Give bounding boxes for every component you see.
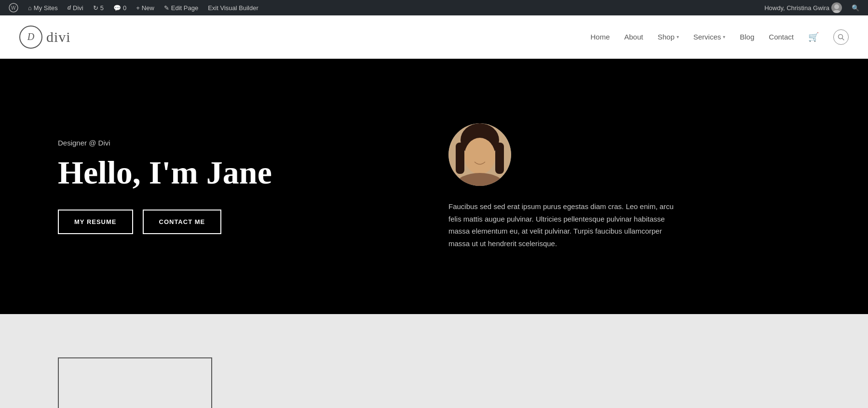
avatar: [448, 123, 511, 186]
svg-rect-9: [456, 143, 464, 174]
hero-title: Hello, I'm Jane: [58, 155, 420, 191]
comments-icon: 💬: [113, 4, 121, 12]
hero-description: Faucibus sed sed erat ipsum purus egesta…: [448, 200, 680, 250]
nav-contact-label: Contact: [769, 33, 794, 41]
wp-logo-item[interactable]: W: [4, 0, 23, 15]
hero-left: Designer @ Divi Hello, I'm Jane MY RESUM…: [58, 139, 420, 235]
search-icon[interactable]: [833, 29, 849, 45]
nav-shop-label: Shop: [658, 33, 675, 41]
new-label: New: [142, 4, 154, 12]
logo-text: divi: [46, 29, 71, 45]
comments-count: 0: [123, 4, 126, 12]
howdy-label: Howdy, Christina Gwira: [764, 4, 829, 12]
content-box: [58, 357, 212, 408]
logo-letter: D: [27, 31, 34, 42]
nav-blog-label: Blog: [740, 33, 754, 41]
resume-button[interactable]: MY RESUME: [58, 210, 133, 234]
my-sites-icon: ⌂: [28, 4, 32, 12]
hero-buttons: MY RESUME CONTACT ME: [58, 210, 420, 234]
howdy-item[interactable]: Howdy, Christina Gwira: [760, 2, 847, 13]
svg-point-3: [833, 10, 841, 13]
divi-logo-icon: d: [68, 4, 71, 11]
site-header: D divi Home About Shop ▾ Services ▾ Blog…: [0, 15, 868, 59]
svg-rect-10: [495, 143, 504, 174]
nav-services[interactable]: Services ▾: [693, 30, 726, 43]
new-item[interactable]: + New: [131, 0, 159, 15]
exit-builder-label: Exit Visual Builder: [208, 4, 258, 12]
cart-icon[interactable]: 🛒: [808, 32, 819, 42]
svg-text:W: W: [11, 5, 16, 11]
comments-item[interactable]: 💬 0: [108, 0, 131, 15]
hero-subtitle: Designer @ Divi: [58, 139, 420, 147]
contact-button[interactable]: CONTACT ME: [143, 210, 222, 234]
logo-circle: D: [19, 26, 42, 49]
nav-about-label: About: [624, 33, 643, 41]
search-admin-item[interactable]: 🔍: [847, 4, 864, 12]
edit-icon: ✎: [164, 4, 169, 12]
updates-count: 5: [100, 4, 104, 12]
avatar-image: [448, 123, 511, 186]
nav-services-label: Services: [693, 33, 721, 41]
nav-about[interactable]: About: [624, 30, 643, 43]
svg-line-5: [842, 38, 844, 40]
divi-item[interactable]: d Divi: [63, 0, 88, 15]
edit-page-label: Edit Page: [171, 4, 198, 12]
shop-dropdown-icon: ▾: [677, 34, 679, 39]
services-dropdown-icon: ▾: [723, 34, 725, 39]
nav-shop[interactable]: Shop ▾: [658, 30, 679, 43]
updates-item[interactable]: ↻ 5: [88, 0, 108, 15]
hero-section: Designer @ Divi Hello, I'm Jane MY RESUM…: [0, 59, 868, 314]
svg-point-11: [464, 138, 495, 174]
new-icon: +: [136, 4, 140, 12]
below-hero-section: Experience: [0, 314, 868, 408]
nav-contact[interactable]: Contact: [769, 30, 794, 43]
hero-right: Faucibus sed sed erat ipsum purus egesta…: [420, 123, 810, 250]
nav-blog[interactable]: Blog: [740, 30, 754, 43]
svg-point-2: [834, 4, 839, 9]
divi-label: Divi: [73, 4, 83, 12]
site-logo[interactable]: D divi: [19, 26, 71, 49]
search-admin-icon: 🔍: [852, 4, 859, 12]
nav-home-label: Home: [590, 33, 610, 41]
main-nav: Home About Shop ▾ Services ▾ Blog Contac…: [590, 29, 849, 45]
my-sites-item[interactable]: ⌂ My Sites: [23, 0, 63, 15]
edit-page-item[interactable]: ✎ Edit Page: [159, 0, 203, 15]
admin-bar: W ⌂ My Sites d Divi ↻ 5 💬 0 + New ✎ Edit…: [0, 0, 868, 15]
admin-bar-right: Howdy, Christina Gwira 🔍: [760, 2, 864, 13]
avatar-icon: [831, 2, 842, 13]
below-hero-left: [58, 357, 415, 408]
nav-home[interactable]: Home: [590, 30, 610, 43]
updates-icon: ↻: [93, 4, 98, 12]
my-sites-label: My Sites: [34, 4, 58, 12]
wp-logo-icon: W: [9, 3, 18, 13]
exit-builder-item[interactable]: Exit Visual Builder: [203, 0, 263, 15]
